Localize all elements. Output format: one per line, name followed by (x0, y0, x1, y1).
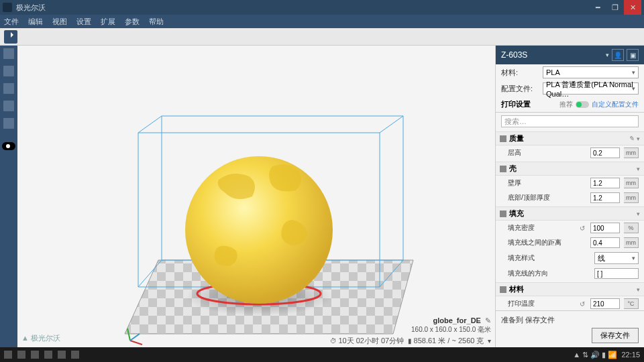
toolbar (0, 28, 644, 46)
printer-name[interactable]: Z-603S (501, 50, 606, 60)
infill-pattern-label: 填充样式 (501, 253, 590, 263)
print-time: 10天 02小时 07分钟 (338, 337, 404, 345)
task-icon[interactable] (44, 351, 52, 359)
menu-help[interactable]: 帮助 (149, 17, 164, 27)
printer-dropdown-icon[interactable]: ▾ (606, 52, 609, 58)
svg-line-12 (130, 341, 142, 345)
printer-icon-2[interactable]: ▣ (627, 49, 639, 61)
wall-thickness-input[interactable]: 1.2 (590, 178, 620, 188)
layer-height-input[interactable]: 0.2 (590, 147, 620, 158)
mirror-tool-icon[interactable] (3, 101, 14, 111)
mesh-tool-icon[interactable] (3, 118, 14, 129)
scale-tool-icon[interactable] (3, 66, 14, 76)
save-file-button[interactable]: 保存文件 (592, 328, 639, 343)
infill-direction-label: 填充线的方向 (501, 269, 590, 278)
wall-thickness-label: 壁厚 (501, 178, 586, 188)
settings-search[interactable]: 搜索… (501, 115, 639, 127)
viewport[interactable]: ▲ 极光尔沃 globe_for_DE ✎ 160.0 x 160.0 x 15… (17, 46, 495, 347)
recommend-label: 推荐 (559, 100, 573, 109)
svg-point-11 (185, 156, 333, 304)
start-icon[interactable] (4, 351, 12, 359)
prepare-label: 准备到 保存文件 (501, 315, 639, 325)
close-button[interactable]: ✕ (624, 0, 641, 15)
open-file-button[interactable] (4, 30, 17, 44)
task-icon[interactable] (31, 351, 39, 359)
section-shell[interactable]: 壳▾ (496, 162, 644, 176)
material-icon (500, 286, 506, 293)
task-icon[interactable] (58, 351, 66, 359)
svg-line-14 (130, 334, 140, 341)
printer-icon-1[interactable]: 👤 (612, 49, 624, 61)
topbottom-label: 底部/顶部厚度 (501, 193, 586, 202)
windows-taskbar[interactable]: ▲ ⇅ 🔊 ▮ 📶 22:15 (0, 347, 644, 362)
model-dimensions: 160.0 x 160.0 x 150.0 毫米 (330, 325, 491, 335)
printer-header: Z-603S ▾ 👤 ▣ (496, 46, 644, 64)
task-icon[interactable] (71, 351, 79, 359)
section-infill[interactable]: 填充▾ (496, 206, 644, 221)
svg-line-5 (380, 116, 403, 133)
minimize-button[interactable]: ━ (589, 0, 606, 15)
move-tool-icon[interactable] (3, 48, 14, 59)
titlebar: 极光尔沃 ━ ❐ ✕ (0, 0, 644, 15)
print-settings-title: 打印设置 (501, 99, 559, 109)
brand-watermark: ▲ 极光尔沃 (21, 333, 60, 343)
reset-icon[interactable]: ↺ (578, 300, 586, 308)
infill-icon (500, 210, 506, 217)
profile-label: 配置文件: (501, 84, 539, 94)
print-temp-input[interactable]: 210 (590, 298, 620, 309)
custom-profile-link[interactable]: 自定义配置文件 (592, 100, 639, 109)
menu-edit[interactable]: 编辑 (28, 17, 43, 27)
rotate-tool-icon[interactable] (3, 83, 14, 94)
model-info: globe_for_DE ✎ 160.0 x 160.0 x 150.0 毫米 … (330, 316, 491, 346)
edit-name-icon[interactable]: ✎ (483, 316, 491, 325)
menu-file[interactable]: 文件 (4, 17, 19, 27)
menu-view[interactable]: 视图 (52, 17, 67, 27)
profile-select[interactable]: PLA 普通质量(PLA Normal Qual… (543, 82, 639, 95)
quality-icon (500, 135, 506, 142)
infill-pattern-select[interactable]: 线 (594, 252, 639, 264)
settings-panel: Z-603S ▾ 👤 ▣ 材料: PLA 配置文件: PLA 普通质量(PLA … (495, 46, 644, 347)
reset-icon[interactable]: ↺ (578, 225, 586, 232)
print-temp-label: 打印温度 (501, 299, 574, 308)
app-logo (3, 3, 12, 12)
clock[interactable]: 22:15 (621, 351, 640, 359)
section-material[interactable]: 材料▾ (496, 282, 644, 296)
menu-params[interactable]: 参数 (125, 17, 140, 27)
mode-toggle[interactable] (576, 101, 589, 108)
view-mode-icon[interactable] (2, 142, 15, 150)
left-toolbar (0, 46, 17, 347)
infill-distance-input[interactable]: 0.4 (590, 237, 620, 248)
svg-line-4 (138, 116, 162, 133)
model-name: globe_for_DE (433, 316, 481, 324)
menu-extensions[interactable]: 扩展 (101, 17, 115, 27)
shell-icon (500, 166, 506, 172)
window-title: 极光尔沃 (16, 3, 589, 13)
infill-direction-input[interactable]: [ ] (594, 268, 639, 279)
task-icon[interactable] (17, 351, 25, 359)
infill-density-label: 填充密度 (501, 223, 574, 233)
material-select[interactable]: PLA (543, 66, 639, 78)
menu-settings[interactable]: 设置 (76, 17, 91, 27)
panel-footer: 准备到 保存文件 保存文件 (496, 310, 644, 347)
maximize-button[interactable]: ❐ (606, 0, 624, 15)
filament-usage: 858.61 米 / ~ 2560 克 (414, 337, 484, 345)
menubar: 文件 编辑 视图 设置 扩展 参数 帮助 (0, 15, 644, 28)
tray-icons[interactable]: ▲ ⇅ 🔊 ▮ 📶 (573, 351, 617, 359)
infill-density-input[interactable]: 100 (590, 223, 620, 233)
material-label: 材料: (501, 68, 539, 78)
layer-height-label: 层高 (501, 148, 586, 158)
infill-distance-label: 填充线之间的距离 (501, 238, 586, 247)
section-quality[interactable]: 质量✎▾ (496, 131, 644, 145)
topbottom-input[interactable]: 1.2 (590, 192, 620, 203)
